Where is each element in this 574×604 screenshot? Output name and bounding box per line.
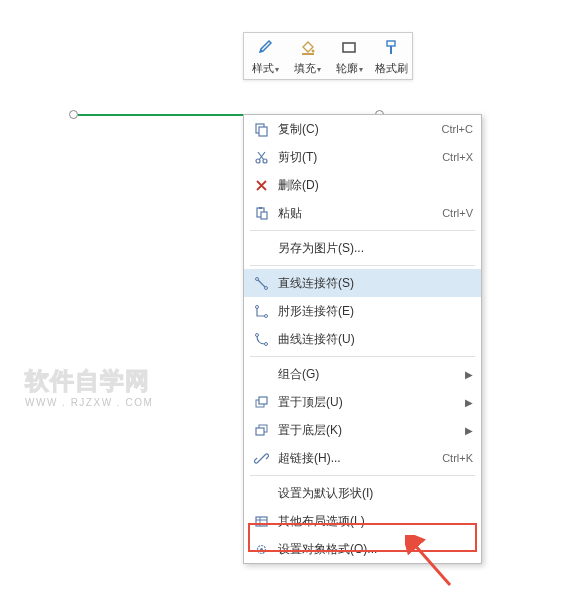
svg-rect-19 (259, 397, 267, 404)
hyperlink-icon (250, 448, 272, 468)
paste-icon (250, 203, 272, 223)
chevron-right-icon: ▶ (465, 397, 473, 408)
svg-point-0 (312, 49, 315, 52)
menu-send-to-back[interactable]: 置于底层(K) ▶ (244, 416, 481, 444)
svg-rect-11 (261, 212, 267, 219)
menu-label: 直线连接符(S) (278, 275, 473, 292)
bucket-icon (297, 36, 317, 60)
menu-label: 其他布局选项(L)... (278, 513, 473, 530)
menu-label: 曲线连接符(U) (278, 331, 473, 348)
menu-hyperlink[interactable]: 超链接(H)... Ctrl+K (244, 444, 481, 472)
menu-set-default-shape[interactable]: 设置为默认形状(I) (244, 479, 481, 507)
svg-rect-22 (256, 517, 267, 526)
menu-separator (250, 475, 475, 476)
menu-label: 设置为默认形状(I) (278, 485, 473, 502)
menu-delete[interactable]: 删除(D) (244, 171, 481, 199)
menu-more-layout[interactable]: 其他布局选项(L)... (244, 507, 481, 535)
menu-format-object[interactable]: 设置对象格式(O)... (244, 535, 481, 563)
format-painter-label: 格式刷 (375, 61, 408, 76)
menu-straight-connector[interactable]: 直线连接符(S) (244, 269, 481, 297)
svg-rect-1 (302, 53, 314, 55)
svg-rect-6 (259, 127, 267, 136)
chevron-down-icon: ▾ (359, 65, 363, 74)
outline-icon (339, 36, 359, 60)
menu-shortcut: Ctrl+C (442, 123, 473, 135)
brush-icon (255, 36, 275, 60)
style-label: 样式 (252, 62, 274, 74)
style-button[interactable]: 样式▾ (244, 33, 286, 79)
menu-shortcut: Ctrl+K (442, 452, 473, 464)
watermark-main: 软件自学网 (25, 365, 153, 397)
format-painter-icon (381, 36, 401, 60)
format-painter-button[interactable]: 格式刷 (370, 33, 412, 79)
blank-icon (250, 364, 272, 384)
menu-separator (250, 230, 475, 231)
chevron-down-icon: ▾ (317, 65, 321, 74)
menu-separator (250, 265, 475, 266)
fill-label: 填充 (294, 62, 316, 74)
svg-rect-10 (259, 207, 262, 209)
send-back-icon (250, 420, 272, 440)
line-handle-left[interactable] (69, 110, 78, 119)
elbow-connector-icon (250, 301, 272, 321)
outline-label: 轮廓 (336, 62, 358, 74)
context-menu: 复制(C) Ctrl+C 剪切(T) Ctrl+X 删除(D) 粘贴 Ctrl+… (243, 114, 482, 564)
menu-label: 设置对象格式(O)... (278, 541, 473, 558)
menu-shortcut: Ctrl+X (442, 151, 473, 163)
chevron-right-icon: ▶ (465, 369, 473, 380)
menu-label: 超链接(H)... (278, 450, 442, 467)
format-object-icon (250, 539, 272, 559)
menu-label: 删除(D) (278, 177, 473, 194)
outline-button[interactable]: 轮廓▾ (328, 33, 370, 79)
curved-connector-icon (250, 329, 272, 349)
menu-group[interactable]: 组合(G) ▶ (244, 360, 481, 388)
watermark-sub: WWW . RJZXW . COM (25, 397, 153, 408)
menu-label: 置于底层(K) (278, 422, 461, 439)
menu-label: 剪切(T) (278, 149, 442, 166)
menu-separator (250, 356, 475, 357)
blank-icon (250, 238, 272, 258)
layout-icon (250, 511, 272, 531)
svg-point-24 (260, 548, 263, 551)
menu-shortcut: Ctrl+V (442, 207, 473, 219)
menu-label: 复制(C) (278, 121, 442, 138)
menu-label: 肘形连接符(E) (278, 303, 473, 320)
menu-save-as-image[interactable]: 另存为图片(S)... (244, 234, 481, 262)
menu-copy[interactable]: 复制(C) Ctrl+C (244, 115, 481, 143)
menu-elbow-connector[interactable]: 肘形连接符(E) (244, 297, 481, 325)
menu-cut[interactable]: 剪切(T) Ctrl+X (244, 143, 481, 171)
mini-toolbar: 样式▾ 填充▾ 轮廓▾ 格式刷 (243, 32, 413, 80)
bring-front-icon (250, 392, 272, 412)
fill-button[interactable]: 填充▾ (286, 33, 328, 79)
menu-label: 另存为图片(S)... (278, 240, 473, 257)
menu-curved-connector[interactable]: 曲线连接符(U) (244, 325, 481, 353)
menu-label: 粘贴 (278, 205, 442, 222)
chevron-down-icon: ▾ (275, 65, 279, 74)
delete-icon (250, 175, 272, 195)
svg-rect-3 (387, 41, 395, 46)
svg-rect-4 (390, 46, 392, 54)
watermark: 软件自学网 WWW . RJZXW . COM (25, 365, 153, 408)
scissors-icon (250, 147, 272, 167)
svg-rect-2 (343, 43, 355, 52)
chevron-right-icon: ▶ (465, 425, 473, 436)
blank-icon (250, 483, 272, 503)
straight-connector-icon (250, 273, 272, 293)
menu-paste[interactable]: 粘贴 Ctrl+V (244, 199, 481, 227)
menu-bring-to-front[interactable]: 置于顶层(U) ▶ (244, 388, 481, 416)
svg-rect-21 (256, 428, 264, 435)
copy-icon (250, 119, 272, 139)
menu-label: 组合(G) (278, 366, 461, 383)
menu-label: 置于顶层(U) (278, 394, 461, 411)
